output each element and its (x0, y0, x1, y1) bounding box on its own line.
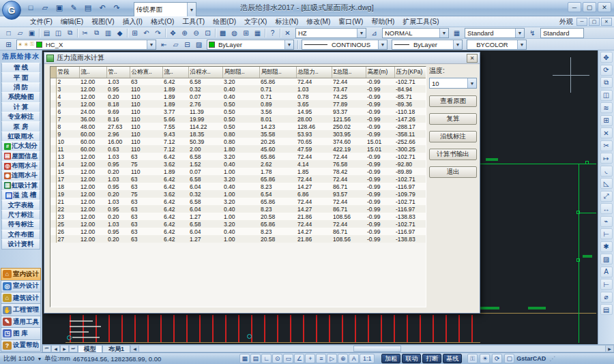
menu-item[interactable]: 编辑(E) (57, 16, 87, 27)
calculation-table-container[interactable]: 管段流..管..公称直..流..沿程水..局部阻..局部阻..总阻力..Σ总阻.… (50, 66, 426, 307)
trim-icon[interactable]: ✂ (600, 140, 613, 151)
chevron-down-icon[interactable]: ▼ (357, 29, 366, 37)
text-icon[interactable]: A (600, 267, 613, 277)
menu-item[interactable]: 插入(I) (118, 16, 146, 27)
table-row[interactable]: 2112.001.03636.426.583.2065.8672.4472.44… (50, 198, 426, 205)
copy-icon[interactable]: ⧉ (91, 28, 102, 38)
sidebar-item[interactable]: ◉连雨水斗 (1, 170, 40, 181)
table-row[interactable]: 1812.000.95636.426.040.408.2314.2786.71-… (50, 183, 426, 190)
table-row[interactable]: 412.000.201101.890.070.400.710.7874.25-0… (50, 93, 426, 100)
lock-icon[interactable]: ⚿ (467, 354, 478, 363)
preview-icon[interactable]: ◫ (53, 28, 64, 38)
status-toggle[interactable]: 基线 (443, 354, 462, 363)
menu-item[interactable]: 文件(F) (26, 16, 57, 27)
polar-icon[interactable]: ⊙ (272, 354, 282, 363)
scroll-left-arrow[interactable]: ◀ (131, 346, 139, 352)
table-row[interactable]: 1160.000.631107.122.001.8045.6047.59422.… (50, 145, 426, 153)
menu-item[interactable]: 标注(N) (271, 16, 302, 27)
erase-icon[interactable]: ✕ (600, 127, 613, 138)
resize-grip[interactable]: ⋰ (549, 355, 555, 362)
stretch-icon[interactable]: ↔ (600, 203, 613, 214)
text-style-combo[interactable]: HZ ▼ (295, 28, 366, 38)
otrack-icon[interactable]: ∠ (294, 354, 304, 363)
grid-icon[interactable]: ▤ (250, 354, 261, 363)
menu-item[interactable]: 工具(T) (178, 16, 209, 27)
lineweight-combo[interactable]: ByLayer ▼ (392, 40, 463, 50)
measure-icon[interactable]: ⌀ (600, 292, 613, 303)
tablestyle-icon[interactable]: ▦ (451, 28, 463, 38)
chevron-down-icon[interactable]: ▼ (284, 40, 293, 49)
scroll-right-arrow[interactable]: ▶ (605, 346, 613, 352)
plotstyle-combo[interactable]: BYCOLOR ▼ (467, 40, 527, 50)
horizontal-scrollbar[interactable]: ◀ ▶ (130, 345, 614, 352)
status-toggle[interactable]: 加粗 (381, 354, 400, 363)
sidebar-item[interactable]: #汇水划分 (1, 141, 40, 151)
sheet-icon[interactable]: ⊞ (240, 28, 252, 38)
mleaderstyle-icon[interactable]: ↯ (527, 28, 538, 38)
annoscale-icon[interactable]: 1:1 (360, 354, 375, 363)
chevron-down-icon[interactable]: ▼ (147, 40, 156, 49)
linetype-combo[interactable]: CONTINOUS ▼ (302, 40, 388, 50)
help-icon[interactable]: ? (267, 28, 278, 38)
column-header[interactable]: 局部阻.. (222, 67, 259, 78)
mleader-style-combo[interactable]: Standard (540, 28, 584, 38)
menu-item[interactable]: 窗口(W) (334, 16, 367, 27)
chevron-down-icon[interactable]: ▼ (517, 40, 526, 49)
table-row[interactable]: 1412.000.95753.621.520.402.624.1476.58-0… (50, 160, 426, 168)
doc-close-button[interactable]: ✕ (601, 18, 612, 26)
table-row[interactable]: 960.002.961109.4318.350.8035.5853.93303.… (50, 130, 426, 138)
column-header[interactable]: 管段 (56, 67, 79, 78)
sidebar-item[interactable]: ▥虹吸计算 (1, 181, 40, 191)
sidebar-item[interactable]: 计 算 (1, 102, 40, 112)
array-icon[interactable]: ⊞ (600, 115, 613, 126)
sidebar-item[interactable]: 尺寸标注 (1, 210, 40, 220)
extend-icon[interactable]: ↦ (600, 153, 613, 164)
zoom-window-icon[interactable]: ⊡ (202, 28, 214, 38)
sidebar-tab[interactable]: ✋工程管理 (1, 303, 41, 316)
table-row[interactable]: 512.008.181101.892.760.500.893.6577.89-0… (50, 100, 426, 108)
chevron-down-icon[interactable]: ▼ (467, 78, 476, 88)
sidebar-item[interactable]: 管 线 (1, 63, 40, 73)
sidebar-item[interactable]: 系统绘图 (1, 92, 40, 102)
bulb-icon[interactable]: ☀ (18, 42, 23, 48)
column-header[interactable]: 流.. (79, 67, 106, 78)
table-row[interactable]: 1512.000.201101.890.071.001.781.8578.42-… (50, 168, 426, 175)
render-icon[interactable]: ◍ (229, 28, 240, 38)
style-manager-icon[interactable]: ▩ (217, 28, 229, 38)
table-row[interactable]: 2212.000.95636.426.040.408.2314.2786.71-… (50, 205, 426, 213)
cut-icon[interactable]: ✂ (79, 28, 91, 38)
annotation-icon[interactable]: A (349, 354, 359, 363)
sidebar-item[interactable]: ◎布雨水斗 (1, 161, 40, 171)
offset-icon[interactable]: ≋ (600, 102, 613, 113)
exit-button[interactable]: 退出 (429, 166, 477, 178)
minimize-button[interactable]: ─ (568, 2, 581, 12)
appearance-menu[interactable]: 外观 (559, 17, 573, 27)
sidebar-tab[interactable]: ◎室外设计 (1, 280, 41, 292)
publish-icon[interactable]: ⧉ (64, 28, 76, 38)
layer-off-icon[interactable]: ⊟ (181, 40, 193, 50)
sidebar-item[interactable]: 文字表格 (1, 200, 40, 210)
pan-icon[interactable]: ✥ (167, 28, 179, 38)
annotate-along-line-button[interactable]: 沿线标注 (429, 131, 477, 142)
menu-item[interactable]: 视图(V) (87, 16, 118, 27)
chevron-down-icon[interactable]: ▼ (515, 29, 524, 37)
chevron-down-icon[interactable]: ▼ (37, 357, 42, 361)
next-tab-button[interactable]: ▶ (60, 345, 69, 352)
table-row[interactable]: 848.0027.631107.55114.220.5014.23128.462… (50, 123, 426, 130)
sidebar-tab[interactable]: ◳图 库 (1, 327, 41, 339)
table-row[interactable]: 1312.001.03636.426.583.2065.8672.4472.44… (50, 153, 426, 160)
menu-item[interactable]: 绘图(D) (209, 16, 240, 27)
explode-icon[interactable]: ✱ (600, 241, 613, 252)
chevron-down-icon[interactable]: ▼ (187, 3, 196, 17)
print-icon[interactable]: ▤ (41, 28, 53, 38)
table-row[interactable]: 1712.001.03636.426.583.2065.8672.4472.44… (50, 175, 426, 183)
bulb-icon[interactable]: ☀ (480, 354, 490, 363)
undo-icon[interactable]: ↶ (96, 1, 108, 14)
save-icon[interactable]: ▣ (53, 1, 65, 14)
column-header[interactable]: 流.. (162, 67, 188, 78)
status-toggle[interactable]: 联动 (402, 354, 421, 363)
restore-button[interactable]: ▢ (583, 2, 596, 12)
sidebar-item[interactable]: 消 防 (1, 82, 40, 93)
join-icon[interactable]: ⊢ (600, 228, 613, 239)
sidebar-item[interactable]: ▤溢 流 槽 (1, 190, 40, 200)
